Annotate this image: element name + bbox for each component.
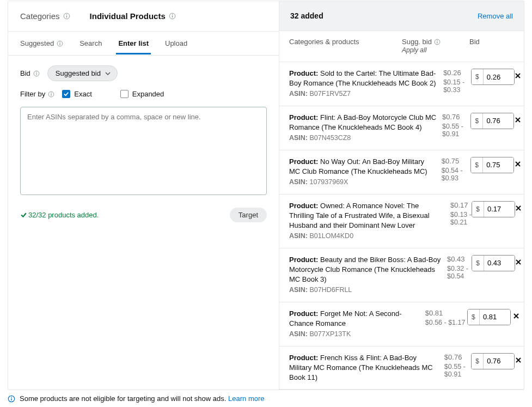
columns-header: Categories & products Sugg. bid Apply al… <box>279 31 524 62</box>
subtab-upload[interactable]: Upload <box>165 33 187 54</box>
added-count: 32 added <box>290 11 323 20</box>
subtab-search[interactable]: Search <box>80 33 102 54</box>
product-title: Product: Flint: A Bad-Boy Motorcycle Clu… <box>289 113 437 132</box>
bid-cell: $ <box>470 113 514 129</box>
bid-input[interactable] <box>480 309 510 325</box>
product-description: Product: No Way Out: An Bad-Boy Military… <box>289 157 442 187</box>
product-asin: ASIN: B07HD6FRLL <box>289 285 442 295</box>
svg-point-17 <box>437 40 438 41</box>
bid-input-wrapper: $ <box>471 353 515 369</box>
table-row: Product: Beauty and the Biker Boss: A Ba… <box>279 248 524 302</box>
subtab-enter-list[interactable]: Enter list <box>118 33 149 54</box>
product-title: Product: Sold to the Cartel: The Ultimat… <box>289 69 438 88</box>
svg-rect-19 <box>11 398 11 400</box>
product-description: Product: Owned: A Romance Novel: The Thr… <box>289 201 450 241</box>
info-icon <box>434 39 441 45</box>
bid-input-wrapper: $ <box>470 157 514 173</box>
target-button[interactable]: Target <box>230 208 267 222</box>
bid-input[interactable] <box>484 69 514 84</box>
checkbox-exact[interactable]: Exact <box>62 90 92 98</box>
suggested-bid: $0.26$0.15 - $0.33 <box>443 69 471 94</box>
right-header: 32 added Remove all <box>279 1 524 31</box>
check-icon <box>20 211 27 218</box>
product-asin: ASIN: B07N453CZ8 <box>289 133 437 143</box>
currency-symbol: $ <box>472 69 484 84</box>
sub-tabs: Suggested Search Enter list Upload <box>8 32 279 56</box>
right-panel: 32 added Remove all Categories & product… <box>279 1 524 390</box>
svg-rect-13 <box>51 94 52 95</box>
table-row: Product: Owned: A Romance Novel: The Thr… <box>279 195 524 248</box>
subtab-suggested[interactable]: Suggested <box>20 33 63 54</box>
suggested-bid: $0.17$0.13 - $0.21 <box>450 201 472 226</box>
product-description: Product: Sold to the Cartel: The Ultimat… <box>289 69 443 99</box>
subtab-enter-list-label: Enter list <box>118 39 149 47</box>
bid-input[interactable] <box>483 113 513 129</box>
bid-cell: $ <box>472 255 515 271</box>
tab-categories-label: Categories <box>20 11 60 21</box>
table-row: Product: Forget Me Not: A Second-Chance … <box>279 302 524 347</box>
apply-all-link[interactable]: Apply all <box>402 46 426 54</box>
bid-input-wrapper: $ <box>470 113 514 129</box>
currency-symbol: $ <box>468 309 480 325</box>
svg-rect-7 <box>60 43 60 45</box>
footer-learn-more[interactable]: Learn more <box>228 394 264 403</box>
svg-rect-4 <box>172 16 173 18</box>
table-row: Product: French Kiss & Flint: A Bad-Boy … <box>279 347 524 390</box>
checkbox-expanded-label: Expanded <box>132 90 164 98</box>
remove-button[interactable] <box>515 69 522 81</box>
product-list[interactable]: Product: Sold to the Cartel: The Ultimat… <box>279 62 524 390</box>
bid-input-wrapper: $ <box>467 309 511 325</box>
bid-select[interactable]: Suggested bid <box>47 65 118 81</box>
currency-symbol: $ <box>471 157 483 173</box>
remove-button[interactable] <box>515 353 522 365</box>
close-icon <box>515 161 521 167</box>
bid-cell: $ <box>470 157 514 173</box>
bid-input[interactable] <box>484 202 515 217</box>
tab-individual-label: Individual Products <box>90 11 166 21</box>
checkbox-exact-label: Exact <box>74 90 92 98</box>
remove-button[interactable] <box>514 157 522 169</box>
bid-cell: $ <box>471 353 515 369</box>
checkbox-expanded[interactable]: Expanded <box>120 90 164 98</box>
close-icon <box>515 357 522 363</box>
svg-point-8 <box>59 41 60 42</box>
svg-point-11 <box>36 71 37 72</box>
close-icon <box>515 205 522 211</box>
info-icon <box>57 40 63 47</box>
remove-button[interactable] <box>515 201 522 213</box>
remove-all-link[interactable]: Remove all <box>478 12 513 20</box>
col-sugg-label: Sugg. bid <box>402 38 432 46</box>
asin-textarea[interactable] <box>20 107 267 195</box>
bid-cell: $ <box>467 309 511 325</box>
checkbox-expanded-box <box>120 90 129 98</box>
left-panel: Categories Individual Products Suggested… <box>8 1 279 390</box>
col-bid: Bid <box>456 38 514 46</box>
status-row: 32/32 products added. Target <box>8 202 279 222</box>
table-row: Product: No Way Out: An Bad-Boy Military… <box>279 150 524 195</box>
svg-point-5 <box>172 14 173 15</box>
remove-button[interactable] <box>511 309 522 321</box>
targeting-container: Categories Individual Products Suggested… <box>8 1 524 390</box>
svg-rect-10 <box>36 73 36 75</box>
bid-input[interactable] <box>484 256 515 271</box>
bid-input-wrapper: $ <box>471 69 515 85</box>
top-tabs: Categories Individual Products <box>8 1 279 32</box>
chevron-down-icon <box>105 71 111 76</box>
tab-categories[interactable]: Categories <box>20 11 70 21</box>
tab-individual-products[interactable]: Individual Products <box>90 11 176 21</box>
controls-area: Bid Suggested bid Filter by Exact <box>8 56 279 202</box>
remove-button[interactable] <box>514 113 522 125</box>
bid-input-wrapper: $ <box>472 201 515 217</box>
suggested-bid: $0.75$0.54 - $0.93 <box>442 157 470 182</box>
close-icon <box>515 117 521 123</box>
product-title: Product: French Kiss & Flint: A Bad-Boy … <box>289 353 439 383</box>
status-text-value: 32/32 products added. <box>28 211 99 219</box>
close-icon <box>515 259 522 265</box>
remove-button[interactable] <box>515 255 522 267</box>
info-icon <box>8 395 15 403</box>
bid-select-value: Suggested bid <box>56 69 101 77</box>
product-description: Product: Forget Me Not: A Second-Chance … <box>289 309 425 339</box>
bid-input[interactable] <box>484 354 514 369</box>
bid-input[interactable] <box>483 157 513 173</box>
filter-label-text: Filter by <box>20 90 45 98</box>
